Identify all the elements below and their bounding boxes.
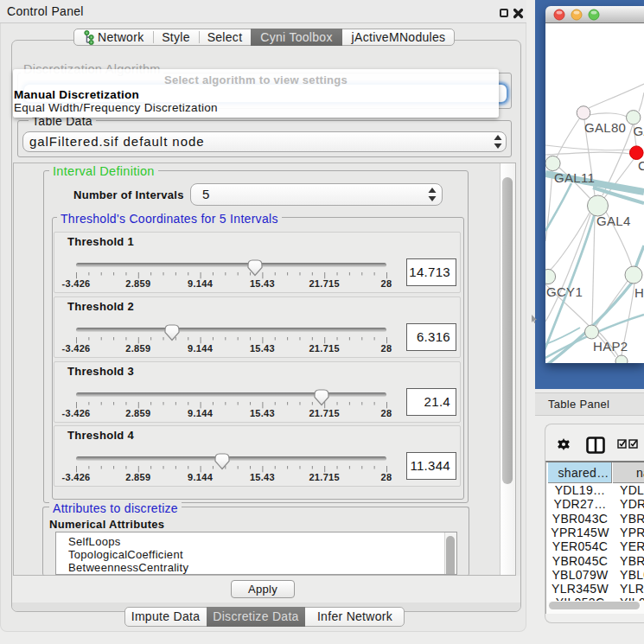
svg-text:HAP2: HAP2 (593, 339, 628, 354)
svg-text:C: C (638, 158, 644, 173)
svg-text:GCY1: GCY1 (546, 284, 583, 299)
svg-text:GAL4: GAL4 (596, 214, 631, 228)
svg-text:GA: GA (634, 124, 644, 138)
svg-text:H: H (634, 285, 644, 300)
svg-text:GAL80: GAL80 (584, 120, 626, 135)
svg-text:GAL11: GAL11 (554, 170, 595, 185)
